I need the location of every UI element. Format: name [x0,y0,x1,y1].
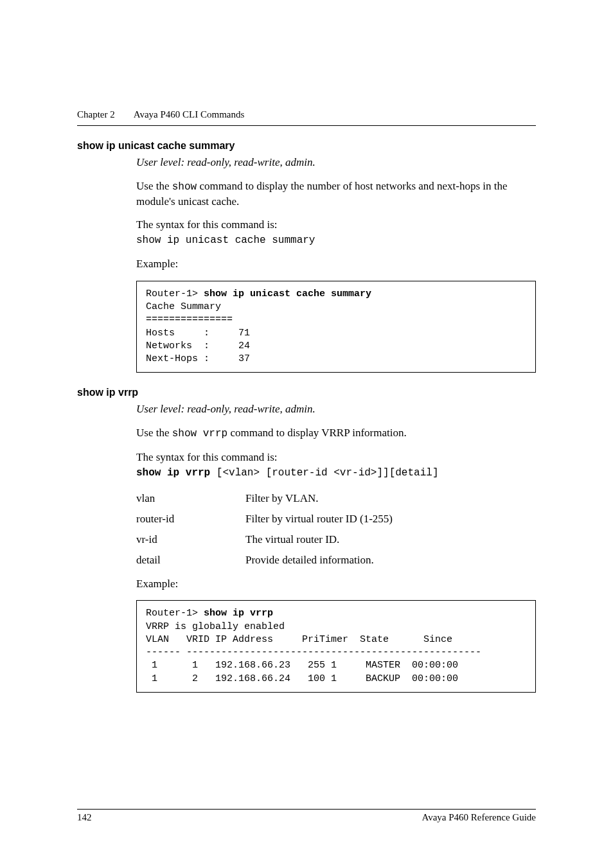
example-label: Example: [136,257,536,272]
section-title-unicast: show ip unicast cache summary [77,140,536,152]
user-level-note: User level: read-only, read-write, admin… [136,402,536,417]
doc-title: Avaya P460 Reference Guide [422,812,536,823]
param-val: Filter by VLAN. [245,492,536,505]
param-row: vr-id The virtual router ID. [136,533,536,546]
typed-command: show ip vrrp [204,608,273,619]
chapter-label: Chapter 2 [77,109,115,120]
chapter-header: Chapter 2 Avaya P460 CLI Commands [77,109,536,126]
intro-cmd: show vrrp [172,428,227,439]
syntax-label: The syntax for this command is: [136,450,536,465]
section-title-vrrp: show ip vrrp [77,387,536,398]
user-level-note: User level: read-only, read-write, admin… [136,155,536,170]
param-key: router-id [136,513,245,526]
page-footer: 142 Avaya P460 Reference Guide [77,809,536,823]
example-body: VRRP is globally enabled VLAN VRID IP Ad… [146,621,481,684]
example-body: Cache Summary =============== Hosts : 71… [146,301,250,364]
prompt: Router-1> [146,288,204,299]
intro-post: command to display VRRP information. [227,427,407,439]
example-label: Example: [136,577,536,592]
section-body-unicast: User level: read-only, read-write, admin… [136,155,536,373]
param-key: vlan [136,492,245,505]
intro-cmd: show [172,181,197,193]
param-row: detail Provide detailed information. [136,554,536,567]
syntax-rest: [<vlan> [router-id <vr-id>]][detail] [210,467,438,479]
param-table: vlan Filter by VLAN. router-id Filter by… [136,492,536,567]
param-key: vr-id [136,533,245,546]
chapter-title: Avaya P460 CLI Commands [134,109,245,120]
intro-pre: Use the [136,180,172,192]
intro-pre: Use the [136,427,172,439]
example-output-vrrp: Router-1> show ip vrrp VRRP is globally … [136,600,536,693]
intro-paragraph: Use the show vrrp command to display VRR… [136,426,536,441]
param-key: detail [136,554,245,567]
param-val: Filter by virtual router ID (1-255) [245,513,536,526]
syntax-label: The syntax for this command is: [136,218,536,233]
section-body-vrrp: User level: read-only, read-write, admin… [136,402,536,693]
typed-command: show ip unicast cache summary [204,288,371,299]
syntax-bold: show ip vrrp [136,467,210,479]
intro-paragraph: Use the show command to display the numb… [136,179,536,209]
param-row: vlan Filter by VLAN. [136,492,536,505]
page: Chapter 2 Avaya P460 CLI Commands show i… [0,0,613,868]
param-val: Provide detailed information. [245,554,536,567]
example-output-unicast: Router-1> show ip unicast cache summary … [136,281,536,373]
prompt: Router-1> [146,608,204,619]
syntax-command: show ip vrrp [<vlan> [router-id <vr-id>]… [136,466,536,481]
param-val: The virtual router ID. [245,533,536,546]
param-row: router-id Filter by virtual router ID (1… [136,513,536,526]
syntax-command: show ip unicast cache summary [136,234,536,248]
page-number: 142 [77,812,92,823]
